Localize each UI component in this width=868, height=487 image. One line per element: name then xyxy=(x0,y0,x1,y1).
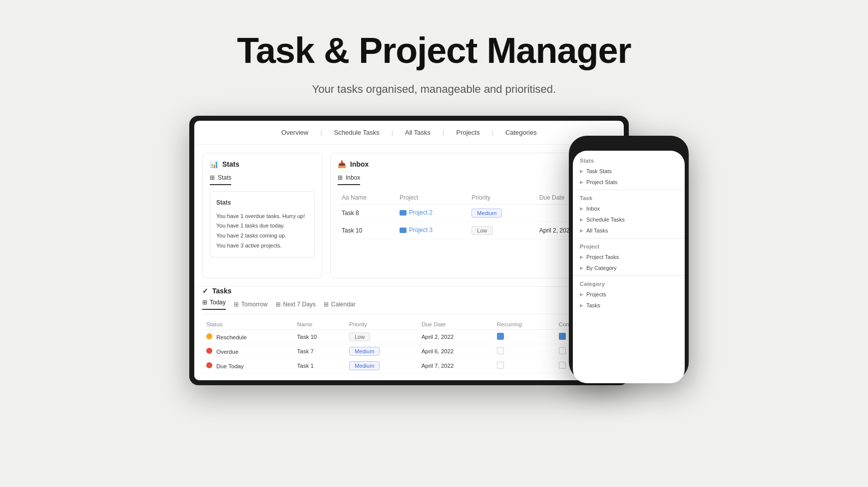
phone-item-label: By Category xyxy=(586,265,617,271)
recurring-checkbox[interactable] xyxy=(497,362,504,369)
page-subtitle: Your tasks organised, manageable and pri… xyxy=(312,83,556,96)
phone-notch xyxy=(609,136,649,147)
stats-tab[interactable]: ⊞ Stats xyxy=(210,174,231,185)
tab-tomorrow[interactable]: ⊞ Tomorrow xyxy=(234,299,268,310)
inbox-panel-header: 📥 Inbox xyxy=(338,160,608,168)
stats-msg-1: You have 1 tasks due today. xyxy=(216,221,308,231)
phone-section-title-0: Stats xyxy=(573,155,685,166)
task-duedate: April 2, 2022 xyxy=(418,330,493,344)
phone-section-divider xyxy=(573,238,685,239)
stats-msg-3: You have 3 active projects. xyxy=(216,241,308,251)
phone-section-divider xyxy=(573,190,685,190)
task-recurring xyxy=(493,330,555,344)
chevron-right-icon: ▶ xyxy=(580,228,583,233)
calendar-icon: ⊞ xyxy=(324,301,329,308)
complete-checkbox[interactable] xyxy=(559,362,566,369)
inbox-priority: Low xyxy=(467,222,535,240)
task-priority: Medium xyxy=(345,359,418,373)
phone-nav-item[interactable]: ▶Schedule Tasks xyxy=(573,214,685,225)
nav-categories[interactable]: Categories xyxy=(505,129,537,136)
inbox-table: Aa Name Project Priority D xyxy=(338,191,608,240)
chevron-right-icon: ▶ xyxy=(580,169,583,174)
task-priority: Low xyxy=(345,330,418,344)
stats-panel-header: 📊 Stats xyxy=(210,160,315,168)
tab-today[interactable]: ⊞ Today xyxy=(202,299,226,310)
recurring-checkbox[interactable] xyxy=(497,333,504,340)
task-row[interactable]: Reschedule Task 10 Low April 2, 2022 xyxy=(202,330,616,344)
task-status: Due Today xyxy=(202,359,293,373)
tasks-header: ✓ Tasks xyxy=(202,287,616,295)
col-status: Status xyxy=(202,319,293,330)
stats-bar-icon: 📊 xyxy=(210,160,218,168)
nav-all-tasks[interactable]: All Tasks xyxy=(405,129,431,136)
phone-item-label: Task Stats xyxy=(586,168,612,174)
task-name: Task 10 xyxy=(293,330,345,344)
chevron-right-icon: ▶ xyxy=(580,217,583,222)
phone-item-label: Schedule Tasks xyxy=(586,217,625,223)
phone-nav-item[interactable]: ▶Project Stats xyxy=(573,177,685,188)
col-name: Name xyxy=(293,319,345,330)
task-row[interactable]: Overdue Task 7 Medium April 6, 2022 xyxy=(202,344,616,359)
phone-section-title-3: Category xyxy=(573,278,685,289)
nav-overview[interactable]: Overview xyxy=(281,129,308,136)
inbox-row[interactable]: Task 10 Project 3 Low April 2, 2022 xyxy=(338,222,608,240)
stats-box: Stats You have 1 overdue tasks. Hurry up… xyxy=(210,191,315,257)
tablet-device: Overview | Schedule Tasks | All Tasks | … xyxy=(189,116,629,385)
tasks-tabs: ⊞ Today ⊞ Tomorrow ⊞ Next 7 Days ⊞ Calen… xyxy=(202,299,616,314)
col-priority: Priority xyxy=(345,319,418,330)
tab-next7days[interactable]: ⊞ Next 7 Days xyxy=(276,299,316,310)
tomorrow-icon: ⊞ xyxy=(234,301,239,308)
phone-item-label: Tasks xyxy=(586,302,600,308)
page-title: Task & Project Manager xyxy=(237,30,631,71)
phone-nav-item[interactable]: ▶By Category xyxy=(573,262,685,273)
phone-nav-item[interactable]: ▶All Tasks xyxy=(573,225,685,236)
inbox-col-priority: Priority xyxy=(467,191,535,205)
task-duedate: April 6, 2022 xyxy=(418,344,493,359)
phone-nav-content: Stats▶Task Stats▶Project StatsTask▶Inbox… xyxy=(573,155,685,311)
tab-calendar[interactable]: ⊞ Calendar xyxy=(324,299,356,310)
phone-item-label: Project Tasks xyxy=(586,254,619,260)
phone-nav-item[interactable]: ▶Projects xyxy=(573,289,685,300)
phone-item-label: Project Stats xyxy=(586,179,617,185)
chevron-right-icon: ▶ xyxy=(580,265,583,270)
phone-item-label: Projects xyxy=(586,291,606,297)
task-priority: Medium xyxy=(345,344,418,359)
task-name: Task 1 xyxy=(293,359,345,373)
phone-screen: Stats▶Task Stats▶Project StatsTask▶Inbox… xyxy=(573,151,685,383)
name-col-icon: Aa xyxy=(342,194,349,201)
recurring-checkbox[interactable] xyxy=(497,347,504,354)
inbox-row[interactable]: Task 8 Project 2 Medium xyxy=(338,205,608,222)
nav-schedule-tasks[interactable]: Schedule Tasks xyxy=(334,129,380,136)
status-dot xyxy=(206,333,212,339)
inbox-project: Project 3 xyxy=(396,222,467,240)
task-status: Overdue xyxy=(202,344,293,359)
chevron-right-icon: ▶ xyxy=(580,303,583,308)
tablet-main-content: 📊 Stats ⊞ Stats Stats You have 1 overdue… xyxy=(194,145,624,286)
stats-msg-0: You have 1 overdue tasks. Hurry up! xyxy=(216,212,308,222)
folder-icon xyxy=(400,210,407,216)
inbox-task-name: Task 8 xyxy=(338,205,396,222)
phone-nav-item[interactable]: ▶Task Stats xyxy=(573,166,685,177)
complete-checkbox[interactable] xyxy=(559,347,566,354)
chevron-right-icon: ▶ xyxy=(580,206,583,211)
next7-icon: ⊞ xyxy=(276,301,281,308)
phone-device: Stats▶Task Stats▶Project StatsTask▶Inbox… xyxy=(569,136,689,380)
nav-projects[interactable]: Projects xyxy=(456,129,480,136)
phone-nav-item[interactable]: ▶Project Tasks xyxy=(573,251,685,262)
tasks-section: ✓ Tasks ⊞ Today ⊞ Tomorrow ⊞ Next 7 Days xyxy=(194,286,624,380)
phone-nav-item[interactable]: ▶Tasks xyxy=(573,300,685,311)
task-name: Task 7 xyxy=(293,344,345,359)
folder-icon xyxy=(400,228,407,233)
tasks-table: Status Name Priority Due Date xyxy=(202,319,616,373)
phone-nav-item[interactable]: ▶Inbox xyxy=(573,203,685,214)
tablet-screen: Overview | Schedule Tasks | All Tasks | … xyxy=(194,121,624,380)
phone-item-label: All Tasks xyxy=(586,228,608,234)
task-status: Reschedule xyxy=(202,330,293,344)
inbox-tab[interactable]: ⊞ Inbox xyxy=(338,174,360,185)
stats-msg-2: You have 2 tasks coming up. xyxy=(216,231,308,241)
complete-checkbox[interactable] xyxy=(559,333,566,340)
inbox-project: Project 2 xyxy=(396,205,467,222)
task-recurring xyxy=(493,359,555,373)
tasks-checkmark-icon: ✓ xyxy=(202,287,208,295)
task-row[interactable]: Due Today Task 1 Medium April 7, 2022 xyxy=(202,359,616,373)
